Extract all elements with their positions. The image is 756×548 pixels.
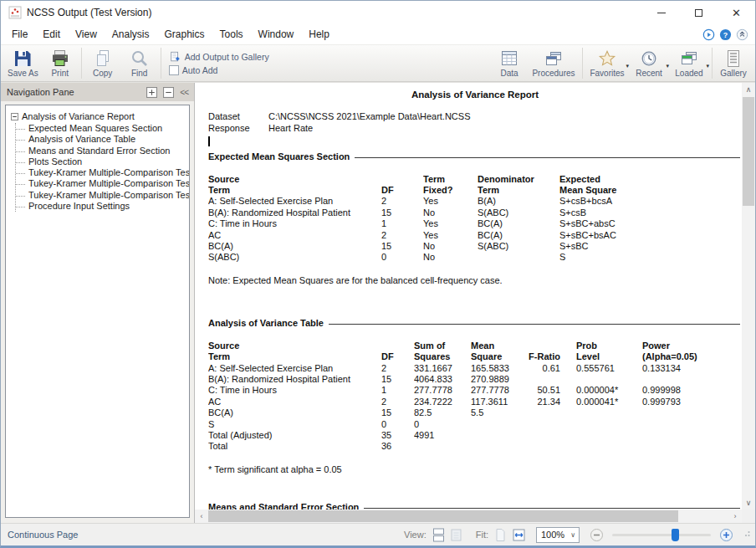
table-cell: 15 [381, 207, 423, 218]
table-cell [626, 441, 742, 452]
zoom-slider[interactable] [612, 534, 711, 536]
menu-item[interactable]: Edit [35, 26, 68, 43]
horizontal-scrollbar-thumb[interactable] [208, 510, 678, 522]
table-cell: 0.999998 [626, 385, 742, 396]
resize-grip[interactable] [743, 530, 750, 539]
collapse-ribbon-icon[interactable] [736, 28, 748, 41]
table-cell [560, 430, 626, 441]
scroll-right-icon[interactable]: › [728, 510, 742, 523]
table-cell: BC(A) [208, 241, 381, 252]
view-continuous-button[interactable] [432, 528, 445, 542]
navigation-tree: Analysis of Variance Report Expected Mea… [5, 105, 190, 518]
toolbar: Save As Print Copy Find [1, 44, 755, 82]
table-cell: No [423, 207, 478, 218]
menu-item[interactable]: File [4, 26, 35, 43]
expand-all-icon[interactable] [146, 87, 157, 98]
ems-table-body: A: Self-Selected Exercise Plan2YesB(A)S+… [208, 196, 742, 263]
vertical-scrollbar[interactable]: ∧ ∨ [742, 83, 755, 510]
table-cell [560, 419, 626, 430]
nav-tree-item[interactable]: Tukey-Kramer Multiple-Comparison Test [16, 178, 186, 189]
table-row: TermDFFixed?TermMean Square [208, 185, 742, 196]
table-cell: S+sBC+bsAC [559, 230, 742, 241]
ems-note: Note: Expected Mean Squares are for the … [208, 275, 742, 286]
tree-collapse-icon[interactable] [11, 113, 18, 120]
menu-item[interactable]: Window [251, 26, 302, 43]
table-cell: 0.61 [524, 363, 560, 374]
table-cell: Term [478, 185, 559, 196]
menu-item[interactable]: Tools [212, 26, 251, 43]
table-cell [560, 407, 626, 418]
nav-tree-item[interactable]: Procedure Input Settings [16, 201, 186, 212]
chevron-down-icon: ∨ [570, 531, 579, 539]
nav-tree-root[interactable]: Analysis of Variance Report [9, 111, 186, 122]
nav-tree-item[interactable]: Expected Mean Squares Section [16, 123, 186, 134]
menu-item[interactable]: Analysis [105, 26, 157, 43]
find-button[interactable]: Find [121, 45, 158, 81]
table-cell: 234.7222 [414, 397, 471, 407]
collapse-all-icon[interactable] [163, 87, 174, 98]
nav-tree-item[interactable]: Tukey-Kramer Multiple-Comparison Test [16, 190, 186, 201]
minimize-button[interactable] [642, 1, 680, 24]
table-cell: 117.3611 [471, 397, 524, 407]
print-button[interactable]: Print [42, 45, 79, 81]
anova-section-title: Analysis of Variance Table [208, 318, 324, 329]
nav-tree-item[interactable]: Means and Standard Error Section [16, 146, 186, 156]
data-button[interactable]: Data [491, 45, 528, 81]
loaded-button[interactable]: ▾ Loaded [669, 45, 709, 81]
menu-item[interactable]: Help [301, 26, 337, 43]
scroll-up-icon[interactable]: ∧ [742, 83, 755, 96]
fit-page-button[interactable] [494, 528, 507, 542]
table-cell: 2 [381, 363, 414, 374]
gallery-label: Gallery [720, 69, 747, 78]
close-button[interactable]: ✕ [718, 1, 755, 24]
fit-width-button[interactable] [512, 528, 526, 542]
save-as-button[interactable]: Save As [4, 45, 42, 81]
table-cell: Total [208, 441, 381, 452]
gallery-button[interactable]: Gallery [715, 45, 752, 81]
menu-item[interactable]: View [68, 26, 105, 43]
zoom-in-button[interactable] [719, 528, 733, 542]
table-cell: 15 [381, 374, 414, 385]
play-circle-icon[interactable] [702, 28, 715, 41]
find-icon [130, 49, 150, 68]
gallery-icon [723, 49, 743, 68]
scroll-down-icon[interactable]: ∨ [742, 496, 755, 510]
nav-tree-item[interactable]: Plots Section [16, 156, 186, 167]
zoom-slider-thumb[interactable] [672, 529, 679, 541]
zoom-select[interactable]: 100% ∨ [536, 527, 580, 543]
table-cell [560, 441, 626, 452]
zoom-out-button[interactable] [590, 528, 604, 542]
copy-button[interactable]: Copy [84, 45, 121, 81]
table-cell [626, 407, 742, 418]
horizontal-scrollbar[interactable]: ‹ › [195, 510, 742, 523]
favorites-button[interactable]: ▾ Favorites [585, 45, 629, 81]
add-output-to-gallery-button[interactable]: Add Output to Gallery [169, 51, 269, 63]
auto-add-toggle[interactable]: Auto Add [169, 65, 269, 75]
nav-tree-item[interactable]: Tukey-Kramer Multiple-Comparison Test [16, 167, 186, 178]
toolbar-separator [712, 48, 713, 79]
table-cell: 0.999793 [626, 397, 742, 407]
menu-item[interactable]: Graphics [157, 26, 212, 43]
vertical-scrollbar-thumb[interactable] [743, 97, 754, 206]
table-cell: S(ABC) [478, 207, 559, 218]
table-cell: Total (Adjusted) [208, 430, 381, 441]
table-cell: 50.51 [524, 385, 560, 396]
collapse-pane-icon[interactable]: << [180, 88, 188, 97]
help-icon[interactable]: ? [719, 28, 732, 41]
maximize-button[interactable] [680, 1, 718, 24]
nav-tree-item[interactable]: Analysis of Variance Table [16, 134, 186, 145]
view-continuous-icon [432, 528, 445, 542]
scroll-left-icon[interactable]: ‹ [195, 510, 208, 523]
table-cell: Yes [423, 218, 478, 229]
table-cell [626, 430, 742, 441]
procedures-label: Procedures [532, 69, 575, 78]
favorites-label: Favorites [590, 69, 624, 78]
procedures-button[interactable]: Procedures [528, 45, 580, 81]
view-single-page-button[interactable] [450, 528, 462, 542]
favorites-star-icon [597, 49, 617, 68]
recent-button[interactable]: ▾ Recent [629, 45, 669, 81]
loaded-dropdown-arrow-icon[interactable]: ▾ [706, 63, 709, 69]
app-icon [8, 6, 22, 19]
table-cell: 2 [381, 397, 414, 407]
auto-add-checkbox[interactable] [169, 65, 179, 75]
